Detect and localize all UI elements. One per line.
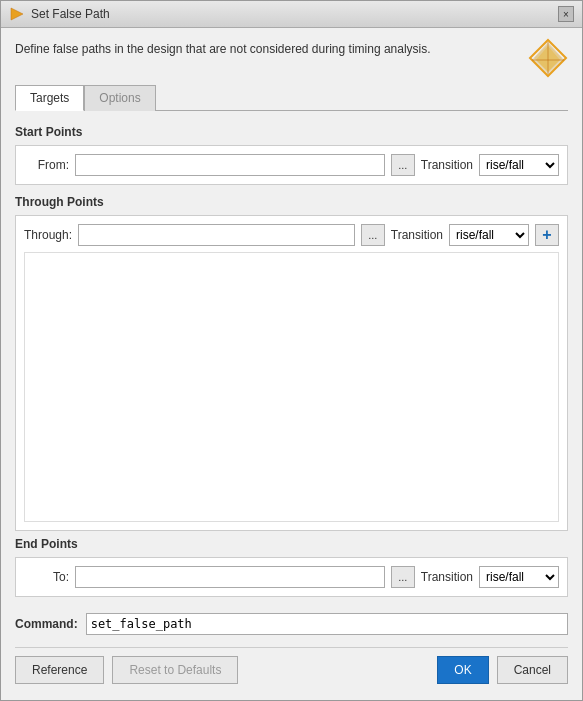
start-points-label: Start Points [15, 125, 568, 139]
command-label: Command: [15, 617, 78, 631]
through-points-section: Through Points Through: ... Transition r… [15, 195, 568, 531]
app-logo [528, 38, 568, 78]
start-points-section: Start Points From: ... Transition rise/f… [15, 125, 568, 189]
through-table [24, 252, 559, 522]
tab-targets[interactable]: Targets [15, 85, 84, 111]
command-input[interactable] [86, 613, 568, 635]
tab-content: Start Points From: ... Transition rise/f… [15, 125, 568, 641]
through-points-label: Through Points [15, 195, 568, 209]
through-label: Through: [24, 228, 72, 242]
through-transition-label: Transition [391, 228, 443, 242]
to-row: To: ... Transition rise/fall rise fall [24, 566, 559, 588]
title-bar-left: Set False Path [9, 6, 110, 22]
button-row: Reference Reset to Defaults OK Cancel [15, 647, 568, 690]
window-title: Set False Path [31, 7, 110, 21]
start-points-box: From: ... Transition rise/fall rise fall [15, 145, 568, 185]
description-text: Define false paths in the design that ar… [15, 38, 528, 60]
to-input[interactable] [75, 566, 385, 588]
to-transition-label: Transition [421, 570, 473, 584]
end-points-section: End Points To: ... Transition rise/fall … [15, 537, 568, 601]
buttons-right: OK Cancel [437, 656, 568, 684]
from-transition-label: Transition [421, 158, 473, 172]
reference-button[interactable]: Reference [15, 656, 104, 684]
command-row: Command: [15, 607, 568, 641]
title-bar: Set False Path × [1, 1, 582, 28]
through-add-button[interactable]: + [535, 224, 559, 246]
to-browse-button[interactable]: ... [391, 566, 415, 588]
through-input[interactable] [78, 224, 355, 246]
end-points-label: End Points [15, 537, 568, 551]
to-label: To: [24, 570, 69, 584]
from-transition-select[interactable]: rise/fall rise fall [479, 154, 559, 176]
from-label: From: [24, 158, 69, 172]
through-transition-select[interactable]: rise/fall rise fall [449, 224, 529, 246]
to-transition-select[interactable]: rise/fall rise fall [479, 566, 559, 588]
main-window: Set False Path × Define false paths in t… [0, 0, 583, 701]
svg-marker-0 [11, 8, 23, 20]
tab-bar: Targets Options [15, 84, 568, 111]
ok-button[interactable]: OK [437, 656, 488, 684]
through-points-box: Through: ... Transition rise/fall rise f… [15, 215, 568, 531]
from-browse-button[interactable]: ... [391, 154, 415, 176]
end-points-box: To: ... Transition rise/fall rise fall [15, 557, 568, 597]
from-input[interactable] [75, 154, 385, 176]
cancel-button[interactable]: Cancel [497, 656, 568, 684]
close-button[interactable]: × [558, 6, 574, 22]
through-browse-button[interactable]: ... [361, 224, 385, 246]
tab-options[interactable]: Options [84, 85, 155, 111]
buttons-left: Reference Reset to Defaults [15, 656, 238, 684]
app-title-icon [9, 6, 25, 22]
through-row: Through: ... Transition rise/fall rise f… [24, 224, 559, 246]
reset-defaults-button[interactable]: Reset to Defaults [112, 656, 238, 684]
from-row: From: ... Transition rise/fall rise fall [24, 154, 559, 176]
